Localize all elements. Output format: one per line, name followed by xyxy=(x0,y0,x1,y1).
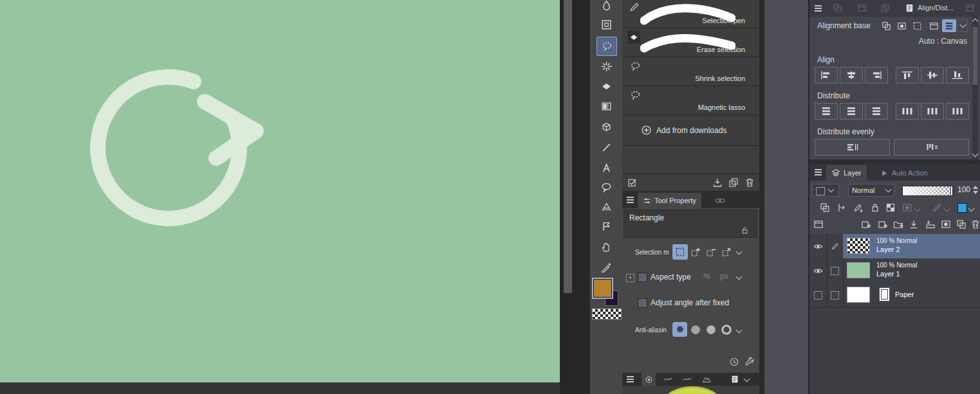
tab-brush-size[interactable] xyxy=(642,373,656,386)
link-palette-icon[interactable] xyxy=(715,195,725,206)
restore-default-icon[interactable] xyxy=(729,357,739,367)
transfer-to-lower-layer-icon[interactable] xyxy=(909,219,919,229)
apply-mask-icon[interactable] xyxy=(956,219,966,229)
tool-selection[interactable] xyxy=(596,37,617,56)
paper-visibility-cell[interactable] xyxy=(809,283,827,307)
docked-palette-icon-3[interactable] xyxy=(880,3,890,13)
select-layer-area-icon[interactable] xyxy=(820,202,830,213)
alignment-base-dropdown[interactable] xyxy=(957,19,968,32)
delete-layer-icon[interactable] xyxy=(970,219,980,229)
paper-name[interactable]: Paper xyxy=(895,291,914,298)
tool-text[interactable] xyxy=(596,159,616,177)
lock-open-icon[interactable] xyxy=(741,226,749,235)
alignment-base-canvas-button[interactable] xyxy=(942,19,956,32)
subtool-item-selection-pen[interactable]: Selection pen xyxy=(622,0,759,28)
selection-mode-add-button[interactable] xyxy=(688,244,703,260)
layer2-name[interactable]: Layer 2 xyxy=(876,246,900,253)
draft-layer-icon[interactable] xyxy=(853,202,864,213)
alignment-base-layer-button[interactable] xyxy=(894,19,909,32)
distribute-evenly-horizontal-button[interactable] xyxy=(815,139,890,156)
align-vertical-center-button[interactable] xyxy=(921,67,944,84)
paper-row-body[interactable]: Paper xyxy=(843,283,980,307)
anti-aliasing-middle-button[interactable] xyxy=(703,322,718,337)
selection-mode-subtract-button[interactable] xyxy=(703,244,719,260)
layer2-row-body[interactable]: 100 % Normal Layer 2 xyxy=(843,234,980,258)
paper-thumbnail[interactable] xyxy=(847,287,870,303)
anti-aliasing-strong-button[interactable] xyxy=(719,322,734,337)
subtool-add-from-downloads[interactable]: Add from downloads xyxy=(622,115,759,146)
docked-palette-icon-2[interactable] xyxy=(857,3,867,13)
layer1-edit-target-cell[interactable] xyxy=(827,258,844,283)
panel-options-icon[interactable] xyxy=(730,375,739,384)
alignment-base-ruler-button[interactable] xyxy=(927,19,941,32)
scrollbar-handle[interactable] xyxy=(973,27,977,85)
align-bottom-button[interactable] xyxy=(946,67,969,84)
enable-mask-icon[interactable] xyxy=(902,202,912,213)
panel-menu-icon[interactable] xyxy=(815,8,822,9)
ruler-range-icon[interactable] xyxy=(932,202,942,213)
brush-size-expand-chevron[interactable] xyxy=(744,376,750,382)
tab-tool-property[interactable]: Tool Property xyxy=(638,193,701,208)
layer-color-chevron[interactable] xyxy=(968,206,975,212)
new-vector-layer-icon[interactable] xyxy=(878,219,888,229)
tool-correct-line[interactable] xyxy=(596,217,616,235)
docked-palette-icon-4[interactable] xyxy=(965,3,975,13)
canvas[interactable] xyxy=(0,0,560,382)
edit-selection-set-icon[interactable] xyxy=(627,177,638,188)
texture-icon[interactable] xyxy=(702,375,711,384)
tool-balloon[interactable] xyxy=(596,178,616,196)
aspect-type-expand-chevron[interactable] xyxy=(736,274,743,280)
tab-auto-action[interactable]: Auto Action xyxy=(875,165,933,181)
aspect-type-checkbox[interactable] xyxy=(638,273,647,282)
selection-mode-multiply-button[interactable] xyxy=(719,244,734,260)
panel-menu-icon[interactable] xyxy=(627,379,634,380)
layer-row-paper[interactable]: Paper xyxy=(809,283,980,308)
palette-color-combo[interactable] xyxy=(812,184,839,197)
ruler-range-chevron[interactable] xyxy=(944,206,950,212)
layer1-visibility-cell[interactable] xyxy=(809,258,827,283)
distribute-right-button[interactable] xyxy=(865,103,888,120)
opacity-slider-cursor[interactable] xyxy=(951,186,952,195)
layer-row-layer2[interactable]: 100 % Normal Layer 2 xyxy=(809,234,980,259)
layer1-row-body[interactable]: 100 % Normal Layer 1 xyxy=(843,258,980,283)
tool-figure[interactable] xyxy=(596,138,616,156)
layer1-name[interactable]: Layer 1 xyxy=(876,270,900,278)
selection-mode-expand-chevron[interactable] xyxy=(736,249,743,255)
lock-layer-icon[interactable] xyxy=(870,202,880,213)
opacity-slider[interactable] xyxy=(902,186,954,196)
align-top-button[interactable] xyxy=(896,67,919,84)
docked-palette-icon[interactable] xyxy=(833,3,842,13)
tool-liquify[interactable] xyxy=(596,0,616,14)
distribute-bottom-button[interactable] xyxy=(946,103,969,120)
clip-to-layer-below-icon[interactable] xyxy=(837,202,847,213)
aspect-type-expander[interactable]: + xyxy=(626,274,634,282)
subtool-item-erase-selection[interactable]: Erase selection xyxy=(622,28,759,57)
tool-auto-select[interactable] xyxy=(596,57,616,75)
subtool-item-shrink-selection[interactable]: Shrink selection xyxy=(622,57,759,86)
opacity-spinner[interactable] xyxy=(973,186,978,194)
layer2-thumbnail[interactable] xyxy=(847,238,870,254)
align-horizontal-center-button[interactable] xyxy=(840,67,863,84)
merge-to-lower-layer-icon[interactable] xyxy=(925,219,936,229)
layer2-edit-target-cell[interactable] xyxy=(827,234,844,258)
distribute-top-button[interactable] xyxy=(896,103,919,120)
subtool-item-magnetic-lasso[interactable]: Magnetic lasso xyxy=(622,86,759,115)
new-layer-folder-icon[interactable] xyxy=(893,219,903,229)
layer-list-view-icon[interactable] xyxy=(813,219,824,229)
align-left-button[interactable] xyxy=(815,67,838,84)
blend-mode-combo[interactable]: Normal xyxy=(848,184,894,197)
import-subtool-icon[interactable] xyxy=(712,177,723,188)
enable-mask-chevron[interactable] xyxy=(914,206,921,212)
align-panel-scrollbar[interactable] xyxy=(972,17,978,159)
create-layer-mask-icon[interactable] xyxy=(941,219,951,229)
tool-hand[interactable] xyxy=(596,238,616,256)
lock-transparent-pixels-icon[interactable] xyxy=(885,202,896,213)
aspect-px-option[interactable]: px xyxy=(720,272,728,281)
stroke-shape-icon[interactable] xyxy=(663,375,672,384)
anti-aliasing-expand-chevron[interactable] xyxy=(736,327,743,334)
adjust-angle-checkbox[interactable] xyxy=(638,298,647,308)
scroll-up-arrow[interactable] xyxy=(972,19,979,25)
canvas-vertical-scrollbar[interactable] xyxy=(564,0,572,293)
layer-row-layer1[interactable]: 100 % Normal Layer 1 xyxy=(809,258,980,283)
stroke-shape-icon-2[interactable] xyxy=(683,375,692,384)
